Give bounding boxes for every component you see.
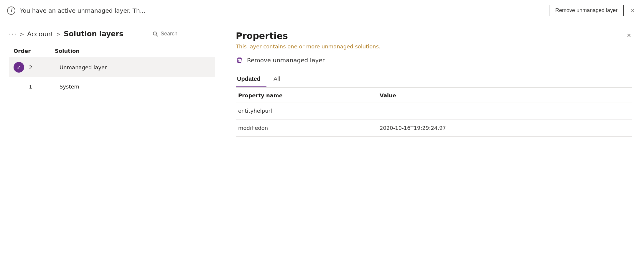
svg-line-1 bbox=[156, 35, 158, 36]
notification-close-button[interactable]: × bbox=[628, 6, 637, 15]
breadcrumb-chevron-2: > bbox=[56, 31, 61, 37]
search-input[interactable] bbox=[161, 31, 208, 37]
checkmark-icon: ✓ bbox=[17, 64, 21, 71]
row-check-icon: ✓ bbox=[14, 62, 24, 73]
col-value-header: Value bbox=[377, 88, 632, 102]
col-order-header: Order bbox=[14, 48, 55, 54]
property-name-2: modifiedon bbox=[236, 119, 377, 137]
property-row: entityhelpurl bbox=[236, 102, 632, 119]
remove-unmanaged-action[interactable]: Remove unmanaged layer bbox=[247, 57, 325, 64]
property-row: modifiedon 2020-10-16T19:29:24.97 bbox=[236, 119, 632, 137]
main-area: ··· > Account > Solution layers Order So… bbox=[0, 21, 644, 267]
breadcrumb-account[interactable]: Account bbox=[27, 30, 53, 38]
row-order-1: 2 bbox=[29, 64, 60, 71]
panel-close-button[interactable]: × bbox=[626, 31, 632, 40]
breadcrumb-chevron-1: > bbox=[20, 31, 24, 37]
panel-title: Properties bbox=[236, 31, 288, 41]
search-container bbox=[150, 30, 215, 38]
action-row: Remove unmanaged layer bbox=[236, 57, 632, 64]
tab-updated[interactable]: Updated bbox=[236, 72, 266, 87]
panel-subtitle: This layer contains one or more unmanage… bbox=[236, 43, 632, 50]
row-solution-1: Unmanaged layer bbox=[60, 64, 107, 71]
row-solution-2: System bbox=[60, 83, 79, 90]
row-check-empty bbox=[14, 81, 24, 92]
property-value-1 bbox=[377, 102, 632, 119]
tab-all[interactable]: All bbox=[272, 72, 286, 87]
properties-panel: Properties × This layer contains one or … bbox=[224, 21, 644, 267]
panel-header-row: Properties × bbox=[236, 31, 632, 41]
table-header: Order Solution bbox=[9, 44, 215, 58]
property-name-1: entityhelpurl bbox=[236, 102, 377, 119]
row-order-2: 1 bbox=[29, 83, 60, 90]
search-icon bbox=[152, 31, 158, 37]
notification-text: You have an active unmanaged layer. Th..… bbox=[20, 7, 544, 14]
breadcrumb-title: Solution layers bbox=[64, 30, 123, 38]
tabs-row: Updated All bbox=[236, 72, 632, 88]
trash-icon bbox=[236, 57, 243, 64]
col-property-name-header: Property name bbox=[236, 88, 377, 102]
properties-table: Property name Value entityhelpurl modifi… bbox=[236, 88, 632, 137]
table-row[interactable]: 1 System bbox=[9, 77, 215, 96]
remove-unmanaged-button[interactable]: Remove unmanaged layer bbox=[549, 5, 624, 16]
table-row[interactable]: ✓ 2 Unmanaged layer bbox=[9, 58, 215, 77]
left-panel: ··· > Account > Solution layers Order So… bbox=[0, 21, 224, 267]
info-icon: i bbox=[7, 6, 15, 15]
col-solution-header: Solution bbox=[55, 48, 80, 54]
breadcrumb-row: ··· > Account > Solution layers bbox=[0, 21, 224, 44]
table-container: Order Solution ✓ 2 Unmanaged layer 1 Sys… bbox=[0, 44, 224, 267]
notification-bar: i You have an active unmanaged layer. Th… bbox=[0, 0, 644, 21]
breadcrumb-dots[interactable]: ··· bbox=[9, 30, 17, 38]
property-value-2: 2020-10-16T19:29:24.97 bbox=[377, 119, 632, 137]
